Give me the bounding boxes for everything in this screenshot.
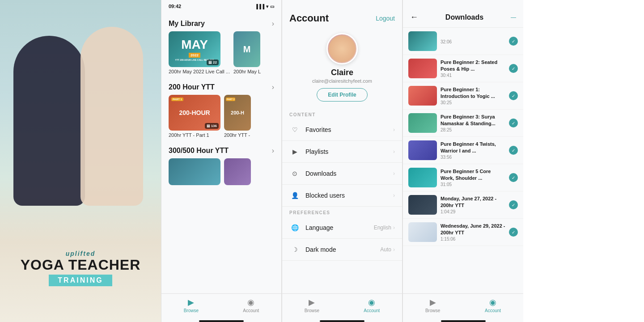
language-value: English <box>374 225 391 231</box>
downloads-panel: ← Downloads — 32:06 ✓ Pure Beginner 2: S… <box>402 0 523 322</box>
menu-blocked-users[interactable]: 👤 Blocked users › <box>282 185 402 207</box>
download-name-2: Pure Beginner 3: Surya Namaskar & Standi… <box>441 114 505 127</box>
nav-browse-label: Browse <box>184 308 199 313</box>
ytt300-card2[interactable] <box>224 158 251 185</box>
content-section-label: CONTENT <box>282 109 402 119</box>
downloads-bottom-nav: ▶ Browse ◉ Account <box>403 293 523 318</box>
status-bar: 09:42 ▐▐▐ ▾ ▭ <box>161 0 281 11</box>
ytt200-cards: PART 1 200-HOUR ▤ 136 200hr YTT - Part 1… <box>169 95 274 138</box>
nav-browse[interactable]: ▶ Browse <box>184 297 199 313</box>
camera-icon2: ▤ <box>207 124 210 128</box>
playlists-arrow: › <box>393 148 395 155</box>
menu-favorites[interactable]: ♡ Favorites › <box>282 119 402 141</box>
check-icon-4: ✓ <box>509 173 518 182</box>
nav-account[interactable]: ◉ Account <box>243 297 259 313</box>
ytt300-card1[interactable] <box>169 158 220 185</box>
account-nav-browse[interactable]: ▶ Browse <box>305 297 319 313</box>
check-icon-2: ✓ <box>509 119 518 127</box>
back-button[interactable]: ← <box>410 13 418 22</box>
blocked-arrow: › <box>393 192 395 199</box>
downloads-nav-account[interactable]: ◉ Account <box>485 297 501 313</box>
download-thumb-6 <box>408 222 437 242</box>
hero-logo-area: uplifted YOGA TEACHER TRAINING <box>0 241 161 295</box>
download-info-first: 32:06 <box>441 38 505 44</box>
language-arrow: › <box>393 225 395 231</box>
my-library-arrow[interactable]: › <box>272 20 274 28</box>
avatar-face <box>329 35 356 62</box>
brand-training: TRAINING <box>49 275 112 286</box>
preferences-section-label: PREFERENCES <box>282 207 402 217</box>
download-thumb-2 <box>408 113 437 133</box>
ytt-part1-card[interactable]: PART 1 200-HOUR ▤ 136 <box>169 95 220 131</box>
download-info-1: Pure Beginner 1: Introduction to Yogic .… <box>441 86 505 105</box>
downloads-label: Downloads <box>305 170 393 177</box>
dark-mode-arrow: › <box>393 246 395 253</box>
download-thumb-4 <box>408 168 437 187</box>
ytt200-arrow[interactable]: › <box>272 83 274 91</box>
download-item-first[interactable]: 32:06 ✓ <box>403 28 523 55</box>
download-info-5: Monday, June 27, 2022 - 200hr YTT 1:04:2… <box>441 195 505 214</box>
brand-yoga: YOGA TEACHER <box>9 257 152 273</box>
edit-profile-button[interactable]: Edit Profile <box>317 88 367 102</box>
profile-section: Claire claire@clairesitchyfeet.com Edit … <box>282 28 402 109</box>
download-item-3[interactable]: Pure Beginner 4 Twists, Warrior I and ..… <box>403 137 523 164</box>
person-silhouette-right <box>80 27 143 206</box>
download-info-6: Wednesday, June 29, 2022 - 200hr YTT 1:1… <box>441 223 505 242</box>
favorites-arrow: › <box>393 127 395 133</box>
download-info-2: Pure Beginner 3: Surya Namaskar & Standi… <box>441 114 505 132</box>
ytt-part1-label: 200hr YTT - Part 1 <box>169 132 220 138</box>
account-title: Account <box>289 13 329 24</box>
downloads-status-bar <box>403 0 523 5</box>
first-item-duration: 32:06 <box>441 39 505 44</box>
download-item-4[interactable]: Pure Beginner 5 Core Work, Shoulder ... … <box>403 164 523 191</box>
menu-language[interactable]: 🌐 Language English › <box>282 217 402 239</box>
download-name-1: Pure Beginner 1: Introduction to Yogic .… <box>441 86 505 99</box>
download-duration-1: 30:25 <box>441 100 505 105</box>
downloads-nav-browse[interactable]: ▶ Browse <box>425 297 440 313</box>
battery-icon: ▭ <box>270 4 274 9</box>
dark-mode-value: Auto <box>380 246 391 253</box>
account-nav-account[interactable]: ◉ Account <box>364 297 380 313</box>
ytt300-arrow[interactable]: › <box>272 147 274 155</box>
may-card2[interactable]: M <box>233 31 260 67</box>
library-content: My Library › MAY 2022 YTT 200-HOUR LIVE … <box>161 11 281 293</box>
account-header: Account Logout <box>282 5 402 28</box>
ytt-part2-card[interactable]: PART 2 200-H <box>224 95 251 131</box>
download-name-3: Pure Beginner 4 Twists, Warrior I and ..… <box>441 141 505 154</box>
menu-dark-mode[interactable]: ☽ Dark mode Auto › <box>282 239 402 261</box>
download-item-6[interactable]: Wednesday, June 29, 2022 - 200hr YTT 1:1… <box>403 219 523 246</box>
check-icon-5: ✓ <box>509 200 518 209</box>
download-item-0[interactable]: Pure Beginner 2: Seated Poses & Hip ... … <box>403 55 523 82</box>
may-card2-label: 200hr May L <box>233 69 261 74</box>
downloads-header: ← Downloads — <box>403 5 523 28</box>
library-panel: 09:42 ▐▐▐ ▾ ▭ My Library › MAY 2022 YTT … <box>161 0 282 322</box>
download-duration-5: 1:04:29 <box>441 209 505 214</box>
status-icons: ▐▐▐ ▾ ▭ <box>255 4 274 9</box>
download-item-1[interactable]: Pure Beginner 1: Introduction to Yogic .… <box>403 82 523 110</box>
home-indicator <box>199 320 244 322</box>
ytt200-section-header[interactable]: 200 Hour YTT › <box>169 78 274 95</box>
download-name-5: Monday, June 27, 2022 - 200hr YTT <box>441 195 505 208</box>
may-card[interactable]: MAY 2022 YTT 200-HOUR LIVE CALL REPLAYS … <box>169 31 220 67</box>
downloads-arrow: › <box>393 170 395 177</box>
download-thumb-first <box>408 31 437 51</box>
account-nav-account-label: Account <box>364 308 380 313</box>
download-name-6: Wednesday, June 29, 2022 - 200hr YTT <box>441 223 505 236</box>
my-library-title: My Library <box>169 20 205 28</box>
logout-button[interactable]: Logout <box>376 15 395 22</box>
download-item-5[interactable]: Monday, June 27, 2022 - 200hr YTT 1:04:2… <box>403 191 523 219</box>
menu-playlists[interactable]: ▶ Playlists › <box>282 141 402 163</box>
downloads-browse-icon: ▶ <box>430 297 436 307</box>
download-item-2[interactable]: Pure Beginner 3: Surya Namaskar & Standi… <box>403 110 523 137</box>
hero-panel: uplifted YOGA TEACHER TRAINING <box>0 0 161 322</box>
menu-downloads[interactable]: ⊙ Downloads › <box>282 163 402 185</box>
ytt300-section-header[interactable]: 300/500 Hour YTT › <box>169 141 274 158</box>
my-library-section-header[interactable]: My Library › <box>169 14 274 31</box>
remove-all-button[interactable]: — <box>511 14 516 21</box>
download-thumb-5 <box>408 195 437 215</box>
dark-mode-label: Dark mode <box>305 246 380 253</box>
ytt-count: 136 <box>211 124 217 128</box>
person-silhouette-left <box>13 36 85 206</box>
download-info-4: Pure Beginner 5 Core Work, Shoulder ... … <box>441 168 505 187</box>
my-library-cards: MAY 2022 YTT 200-HOUR LIVE CALL REPLAYS … <box>169 31 274 74</box>
